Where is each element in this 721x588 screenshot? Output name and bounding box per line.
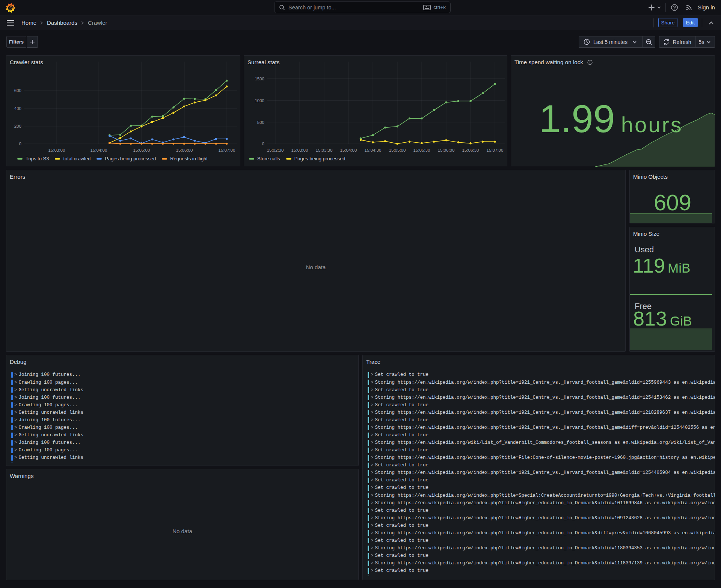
svg-text:1500: 1500	[255, 77, 264, 81]
svg-text:600: 600	[14, 88, 21, 93]
svg-text:500: 500	[257, 120, 264, 125]
svg-text:15:03:00: 15:03:00	[48, 148, 65, 152]
svg-text:15:06:00: 15:06:00	[438, 148, 455, 152]
svg-text:15:03:00: 15:03:00	[291, 148, 308, 152]
svg-text:1000: 1000	[255, 98, 264, 103]
svg-text:15:04:30: 15:04:30	[365, 148, 382, 152]
svg-text:15:05:00: 15:05:00	[133, 148, 150, 152]
svg-text:0: 0	[19, 142, 21, 146]
svg-text:15:04:00: 15:04:00	[91, 148, 107, 152]
svg-text:200: 200	[14, 124, 21, 128]
svg-text:15:02:30: 15:02:30	[267, 148, 284, 152]
svg-text:15:03:30: 15:03:30	[316, 148, 333, 152]
svg-text:15:06:00: 15:06:00	[176, 148, 193, 152]
svg-text:15:07:00: 15:07:00	[219, 148, 235, 152]
svg-text:15:06:30: 15:06:30	[462, 148, 479, 152]
svg-text:15:05:00: 15:05:00	[389, 148, 406, 152]
svg-text:15:04:00: 15:04:00	[340, 148, 357, 152]
svg-text:15:07:00: 15:07:00	[487, 148, 504, 152]
svg-text:15:05:30: 15:05:30	[413, 148, 430, 152]
svg-text:400: 400	[14, 106, 21, 111]
svg-text:0: 0	[262, 142, 264, 146]
